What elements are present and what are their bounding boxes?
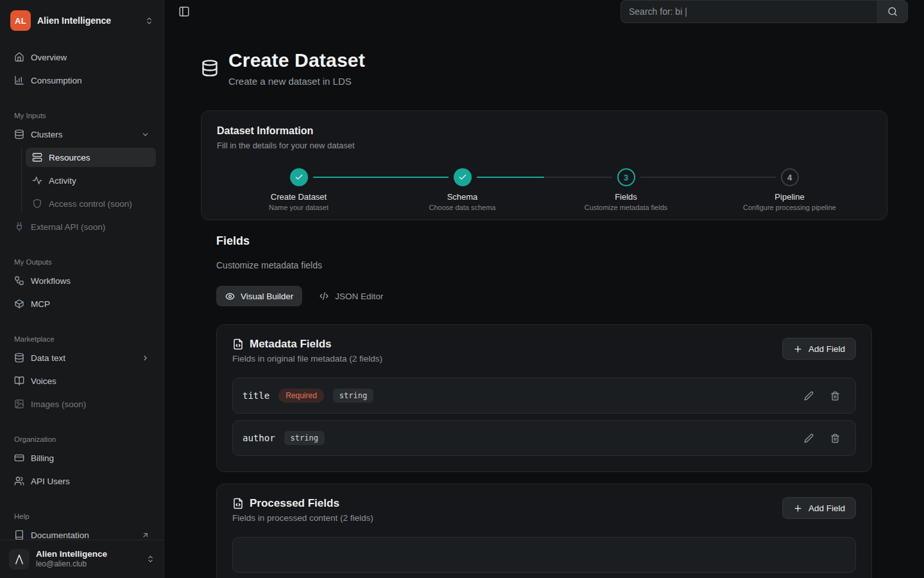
sidebar-item-label: Voices <box>31 376 56 386</box>
clusters-subnav: Resources Activity Access control (soon) <box>21 148 156 213</box>
section-title-marketplace: Marketplace <box>14 335 150 343</box>
sidebar-item-clusters[interactable]: Clusters <box>8 125 156 144</box>
stepper: Create Dataset Name your dataset Schema … <box>217 168 871 211</box>
visual-builder-tab[interactable]: Visual Builder <box>216 286 302 306</box>
image-icon <box>14 399 24 409</box>
user-menu[interactable]: Alien Intelligence leo@alien.club <box>0 539 164 578</box>
json-editor-tab[interactable]: JSON Editor <box>310 286 392 306</box>
card-subtitle: Fields in original file metadata (2 fiel… <box>232 354 382 363</box>
visual-builder-label: Visual Builder <box>241 292 293 301</box>
add-field-label: Add Field <box>809 504 845 513</box>
eye-icon <box>225 292 235 301</box>
step-connector <box>313 177 449 178</box>
add-field-label: Add Field <box>809 344 845 354</box>
trash-icon <box>830 434 840 443</box>
plug-icon <box>14 222 24 232</box>
step-fields[interactable]: 3 Fields Customize metadata fields <box>544 168 708 211</box>
delete-field-button[interactable] <box>830 391 840 401</box>
field-rows <box>232 537 856 573</box>
step-label: Schema <box>447 192 478 202</box>
field-name: author <box>243 433 275 443</box>
sidebar-item-mcp[interactable]: MCP <box>8 294 156 313</box>
pencil-icon <box>804 391 814 401</box>
credit-card-icon <box>14 453 24 463</box>
page-title: Create Dataset <box>228 49 365 71</box>
section-title-organization: Organization <box>14 435 150 443</box>
fields-heading: Fields <box>216 234 887 248</box>
step-schema[interactable]: Schema Choose data schema <box>381 168 544 211</box>
add-field-button[interactable]: Add Field <box>782 497 856 519</box>
delete-field-button[interactable] <box>830 434 840 443</box>
database-icon <box>14 353 24 363</box>
section-title-my-outputs: My Outputs <box>14 258 150 266</box>
page-header-text: Create Dataset Create a new dataset in L… <box>228 49 365 87</box>
step-create-dataset[interactable]: Create Dataset Name your dataset <box>217 168 381 211</box>
file-code-icon <box>232 338 244 350</box>
sidebar-item-documentation[interactable]: Documentation <box>8 525 156 539</box>
card-header: Processed Fields Fields in processed con… <box>232 497 856 523</box>
search-button[interactable] <box>877 0 908 23</box>
sidebar-item-external-api[interactable]: External API (soon) <box>8 217 156 236</box>
card-header-text: Processed Fields Fields in processed con… <box>232 497 373 523</box>
app-root: AL Alien Intelligence Overview Consumpti… <box>0 0 924 578</box>
database-icon <box>201 59 219 77</box>
required-badge: Required <box>278 389 324 403</box>
sidebar-item-label: Access control (soon) <box>49 199 132 209</box>
file-code-icon <box>232 498 244 509</box>
step-desc: Customize metadata fields <box>585 204 668 211</box>
step-pipeline[interactable]: 4 Pipeline Configure processing pipeline <box>708 168 871 211</box>
chevron-right-icon <box>141 354 150 362</box>
workflow-icon <box>14 276 24 286</box>
metadata-fields-card: Metadata Fields Fields in original file … <box>216 324 872 472</box>
section-title-help: Help <box>14 512 150 520</box>
sidebar-item-images[interactable]: Images (soon) <box>8 394 156 414</box>
sidebar-item-data-text[interactable]: Data text <box>8 348 156 367</box>
sidebar-item-resources[interactable]: Resources <box>26 148 156 167</box>
check-icon <box>458 173 467 182</box>
view-toggle: Visual Builder JSON Editor <box>216 286 887 306</box>
step-label: Pipeline <box>774 192 804 202</box>
card-title-row: Processed Fields <box>232 497 373 510</box>
search-input[interactable] <box>620 0 877 23</box>
book-open-icon <box>14 376 24 386</box>
workspace-switcher[interactable]: AL Alien Intelligence <box>0 0 164 41</box>
sidebar-item-api-users[interactable]: API Users <box>8 471 156 491</box>
card-subtitle: Fields in processed content (2 fields) <box>232 513 373 523</box>
step-connector <box>477 177 612 178</box>
card-title: Dataset Information <box>217 125 871 137</box>
sidebar-item-activity[interactable]: Activity <box>26 171 156 190</box>
external-link-icon <box>141 531 150 539</box>
edit-field-button[interactable] <box>804 434 814 443</box>
step-number: 4 <box>787 173 792 182</box>
sidebar-item-label: External API (soon) <box>31 222 105 232</box>
edit-field-button[interactable] <box>804 391 814 401</box>
json-editor-label: JSON Editor <box>335 292 383 301</box>
card-title: Processed Fields <box>250 497 339 510</box>
card-subtitle: Fill in the details for your new dataset <box>217 141 871 150</box>
plus-icon <box>793 344 803 354</box>
sidebar-item-consumption[interactable]: Consumption <box>8 71 156 90</box>
row-actions <box>804 391 840 401</box>
step-connector <box>640 177 776 178</box>
code-icon <box>319 291 329 301</box>
sidebar-toggle-button[interactable] <box>178 6 190 17</box>
user-name: Alien Intelligence <box>36 549 140 560</box>
alien-logo-icon <box>13 554 25 565</box>
step-circle-active: 3 <box>617 168 635 186</box>
sidebar-item-workflows[interactable]: Workflows <box>8 271 156 290</box>
sidebar-item-voices[interactable]: Voices <box>8 371 156 390</box>
sidebar-item-label: Billing <box>31 453 54 463</box>
step-label: Fields <box>615 192 637 202</box>
dataset-information-card: Dataset Information Fill in the details … <box>201 110 887 220</box>
add-field-button[interactable]: Add Field <box>782 338 856 360</box>
database-icon <box>14 129 24 139</box>
sidebar-item-access-control[interactable]: Access control (soon) <box>26 194 156 213</box>
sidebar-item-billing[interactable]: Billing <box>8 448 156 468</box>
sidebar-item-label: Resources <box>49 153 90 162</box>
type-badge: string <box>284 431 325 445</box>
fields-subtitle: Customize metadata fields <box>216 260 887 270</box>
home-icon <box>14 52 24 62</box>
sidebar-item-overview[interactable]: Overview <box>8 48 156 67</box>
sidebar-item-label: Workflows <box>31 276 71 286</box>
field-name: title <box>243 390 270 401</box>
